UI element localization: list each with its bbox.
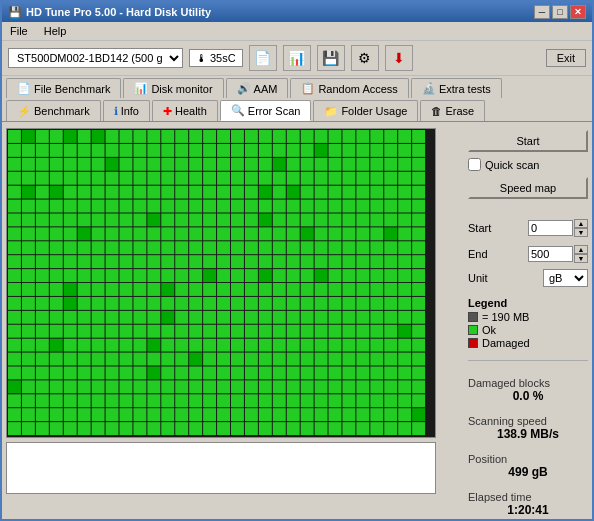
tab-erase[interactable]: 🗑 Erase [420,100,485,121]
toolbar: ST500DM002-1BD142 (500 gB) 🌡 35sC 📄 📊 💾 … [2,41,592,76]
end-spinners: ▲ ▼ [574,245,588,263]
main-window: 💾 HD Tune Pro 5.00 - Hard Disk Utility ─… [0,0,594,521]
tab-disk-monitor[interactable]: 📊 Disk monitor [123,78,223,98]
temperature-value: 35sC [210,52,236,64]
start-spin-up[interactable]: ▲ [574,219,588,228]
tabs-row2: ⚡ Benchmark ℹ Info ✚ Health 🔍 Error Scan… [2,98,592,122]
end-spin-down[interactable]: ▼ [574,254,588,263]
extra-tests-icon: 🔬 [422,82,436,95]
menu-file[interactable]: File [6,24,32,38]
log-area [6,442,436,494]
tabs-row1: 📄 File Benchmark 📊 Disk monitor 🔊 AAM 📋 … [2,76,592,98]
end-label: End [468,248,488,260]
right-panel: Start Quick scan Speed map Start ▲ ▼ [468,128,588,517]
unit-row: Unit gB MB [468,269,588,287]
disk-select[interactable]: ST500DM002-1BD142 (500 gB) [8,48,183,68]
toolbar-btn-1[interactable]: 📄 [249,45,277,71]
legend-section: Legend = 190 MB Ok Damaged [468,297,588,350]
info-icon: ℹ [114,105,118,118]
tab-file-benchmark[interactable]: 📄 File Benchmark [6,78,121,98]
disk-monitor-icon: 📊 [134,82,148,95]
speed-map-button[interactable]: Speed map [468,177,588,199]
quick-scan-row: Quick scan [468,158,588,171]
position-value: 499 gB [468,465,588,479]
quick-scan-checkbox[interactable] [468,158,481,171]
legend-box-size [468,312,478,322]
start-input[interactable] [528,220,573,236]
start-param-row: Start ▲ ▼ [468,219,588,237]
error-scan-icon: 🔍 [231,104,245,117]
legend-label-damaged: Damaged [482,337,530,349]
scan-canvas [7,129,435,437]
legend-item-ok: Ok [468,324,588,336]
legend-title: Legend [468,297,588,309]
damaged-blocks-label: Damaged blocks [468,377,588,389]
tab-health[interactable]: ✚ Health [152,100,218,121]
legend-label-size: = 190 MB [482,311,529,323]
end-input-group: ▲ ▼ [528,245,588,263]
exit-button[interactable]: Exit [546,49,586,67]
scanning-speed-value: 138.9 MB/s [468,427,588,441]
minimize-button[interactable]: ─ [534,5,550,19]
scanning-speed-label: Scanning speed [468,415,588,427]
scan-grid [6,128,436,438]
legend-item-damaged: Damaged [468,337,588,349]
end-input[interactable] [528,246,573,262]
main-content: Start Quick scan Speed map Start ▲ ▼ [2,124,592,521]
tab-aam[interactable]: 🔊 AAM [226,78,289,98]
tab-benchmark[interactable]: ⚡ Benchmark [6,100,101,121]
start-input-group: ▲ ▼ [528,219,588,237]
erase-icon: 🗑 [431,105,442,117]
elapsed-time-section: Elapsed time 1:20:41 [468,491,588,517]
damaged-blocks-section: Damaged blocks 0.0 % [468,377,588,403]
toolbar-btn-3[interactable]: 💾 [317,45,345,71]
damaged-blocks-value: 0.0 % [468,389,588,403]
start-spin-down[interactable]: ▼ [574,228,588,237]
menu-bar: File Help [2,22,592,41]
legend-label-ok: Ok [482,324,496,336]
end-param-row: End ▲ ▼ [468,245,588,263]
legend-box-damaged [468,338,478,348]
position-label: Position [468,453,588,465]
tab-extra-tests[interactable]: 🔬 Extra tests [411,78,502,98]
title-bar-left: 💾 HD Tune Pro 5.00 - Hard Disk Utility [8,6,211,19]
window-title: HD Tune Pro 5.00 - Hard Disk Utility [26,6,211,18]
legend-box-ok [468,325,478,335]
unit-select[interactable]: gB MB [543,269,588,287]
close-button[interactable]: ✕ [570,5,586,19]
end-spin-up[interactable]: ▲ [574,245,588,254]
position-section: Position 499 gB [468,453,588,479]
file-benchmark-icon: 📄 [17,82,31,95]
toolbar-btn-5[interactable]: ⬇ [385,45,413,71]
toolbar-btn-2[interactable]: 📊 [283,45,311,71]
legend-item-size: = 190 MB [468,311,588,323]
divider-1 [468,360,588,361]
tab-info[interactable]: ℹ Info [103,100,150,121]
start-spinners: ▲ ▼ [574,219,588,237]
start-button[interactable]: Start [468,130,588,152]
scanning-speed-section: Scanning speed 138.9 MB/s [468,415,588,441]
benchmark-icon: ⚡ [17,105,31,118]
toolbar-btn-4[interactable]: ⚙ [351,45,379,71]
aam-icon: 🔊 [237,82,251,95]
maximize-button[interactable]: □ [552,5,568,19]
tab-random-access[interactable]: 📋 Random Access [290,78,408,98]
temperature-display: 🌡 35sC [189,49,243,67]
quick-scan-label: Quick scan [485,159,539,171]
health-icon: ✚ [163,105,172,118]
elapsed-time-label: Elapsed time [468,491,588,503]
folder-usage-icon: 📁 [324,105,338,118]
tab-folder-usage[interactable]: 📁 Folder Usage [313,100,418,121]
unit-label: Unit [468,272,488,284]
title-bar-controls: ─ □ ✕ [534,5,586,19]
thermometer-icon: 🌡 [196,52,207,64]
app-icon: 💾 [8,6,22,19]
random-access-icon: 📋 [301,82,315,95]
start-label: Start [468,222,491,234]
menu-help[interactable]: Help [40,24,71,38]
elapsed-time-value: 1:20:41 [468,503,588,517]
title-bar: 💾 HD Tune Pro 5.00 - Hard Disk Utility ─… [2,2,592,22]
tab-error-scan[interactable]: 🔍 Error Scan [220,100,312,121]
scan-area [6,128,462,517]
